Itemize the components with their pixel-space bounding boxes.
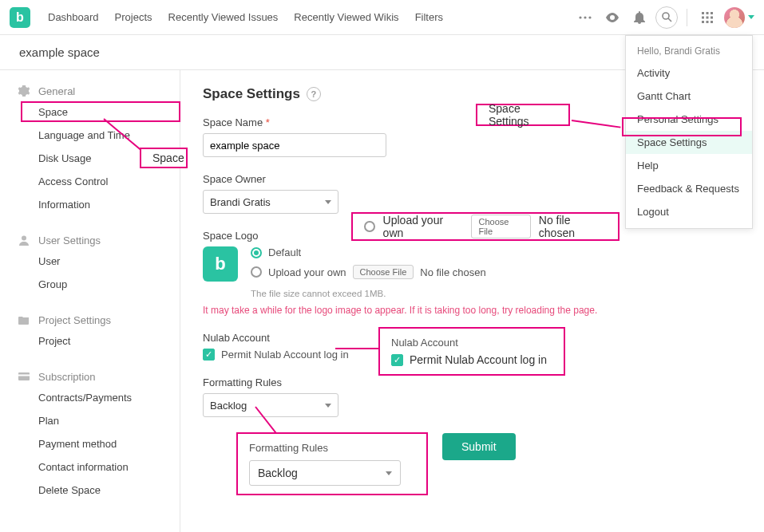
chevron-down-icon: [325, 404, 331, 408]
svg-point-3: [663, 13, 669, 19]
callout-radio-icon: [364, 221, 375, 232]
menu-activity[interactable]: Activity: [626, 61, 752, 85]
chevron-down-icon: [325, 200, 331, 204]
nav-filters[interactable]: Filters: [407, 11, 451, 23]
svg-point-2: [588, 16, 591, 18]
file-size-hint: The file size cannot exceed 1MB.: [251, 289, 486, 298]
card-icon: [18, 370, 30, 383]
callout-nulab-checkbox: ✓: [391, 354, 403, 366]
app-logo[interactable]: b: [10, 7, 30, 28]
sidebar-item-space[interactable]: Space: [0, 100, 180, 124]
svg-rect-13: [711, 21, 713, 23]
menu-personal-settings[interactable]: Personal Settings: [626, 108, 752, 131]
callout-formatting: Formatting Rules Backlog: [236, 432, 428, 495]
search-icon[interactable]: [655, 6, 678, 29]
radio-default[interactable]: [251, 247, 262, 258]
svg-rect-15: [18, 372, 30, 380]
menu-gantt[interactable]: Gantt Chart: [626, 85, 752, 108]
svg-rect-6: [707, 12, 709, 14]
callout-choose-file: Choose File: [471, 215, 530, 238]
nav-recent-wikis[interactable]: Recently Viewed Wikis: [286, 11, 406, 23]
callout-upload: Upload your own Choose File No file chos…: [351, 212, 620, 241]
svg-rect-16: [18, 375, 30, 376]
user-menu: Hello, Brandi Gratis Activity Gantt Char…: [625, 35, 753, 229]
nav-dashboard[interactable]: Dashboard: [40, 11, 107, 23]
sidebar: General Space Language and Time Disk Usa…: [0, 70, 180, 532]
user-menu-greeting: Hello, Brandi Gratis: [626, 41, 752, 61]
menu-logout[interactable]: Logout: [626, 200, 752, 223]
space-title: example space: [19, 45, 100, 59]
menu-feedback[interactable]: Feedback & Requests: [626, 177, 752, 200]
svg-rect-11: [702, 21, 704, 23]
svg-rect-10: [711, 16, 713, 18]
callout-nulab: Nulab Account ✓ Permit Nulab Account log…: [378, 327, 565, 376]
side-group-project: Project Settings: [0, 310, 180, 329]
side-group-general: General: [0, 81, 180, 100]
sidebar-item-user[interactable]: User: [0, 250, 180, 273]
formatting-label: Formatting Rules: [203, 376, 742, 388]
sidebar-item-disk[interactable]: Disk Usage: [0, 147, 180, 170]
radio-default-label: Default: [268, 246, 301, 258]
radio-upload-label: Upload your own: [268, 266, 346, 278]
logo-warning: It may take a while for the logo image t…: [203, 305, 742, 316]
nav-projects[interactable]: Projects: [107, 11, 160, 23]
svg-point-14: [22, 236, 26, 241]
apps-icon[interactable]: [696, 6, 718, 29]
sidebar-item-group[interactable]: Group: [0, 273, 180, 296]
sidebar-item-contact[interactable]: Contact information: [0, 455, 180, 479]
sidebar-item-delete[interactable]: Delete Space: [0, 479, 180, 502]
side-group-subscription: Subscription: [0, 367, 180, 386]
sidebar-item-info[interactable]: Information: [0, 193, 180, 216]
bell-icon[interactable]: [628, 6, 651, 29]
svg-rect-9: [707, 16, 709, 18]
svg-rect-12: [707, 21, 709, 23]
more-icon[interactable]: [574, 6, 596, 29]
help-icon[interactable]: ?: [307, 87, 321, 101]
submit-button[interactable]: Submit: [442, 433, 516, 460]
nulab-permit-label: Permit Nulab Account log in: [221, 349, 349, 361]
choose-file-button[interactable]: Choose File: [353, 265, 414, 279]
sidebar-item-language[interactable]: Language and Time: [0, 124, 180, 147]
sidebar-item-project[interactable]: Project: [0, 329, 180, 353]
avatar[interactable]: [724, 7, 745, 28]
logo-preview: b: [203, 246, 238, 282]
radio-upload[interactable]: [251, 266, 262, 278]
sidebar-item-contracts[interactable]: Contracts/Payments: [0, 386, 180, 409]
sidebar-item-access[interactable]: Access Control: [0, 170, 180, 193]
formatting-select[interactable]: Backlog: [203, 393, 338, 417]
no-file-label: No file chosen: [420, 266, 485, 278]
svg-rect-8: [702, 16, 704, 18]
user-menu-caret-icon[interactable]: [748, 15, 754, 19]
menu-help[interactable]: Help: [626, 154, 752, 177]
nulab-checkbox[interactable]: ✓: [203, 349, 215, 361]
space-owner-select[interactable]: Brandi Gratis: [203, 190, 338, 214]
space-name-input[interactable]: [203, 133, 386, 157]
sidebar-item-plan[interactable]: Plan: [0, 409, 180, 432]
gear-icon: [18, 85, 30, 97]
user-icon: [18, 234, 30, 246]
chevron-down-icon: [386, 471, 392, 475]
top-nav: b Dashboard Projects Recently Viewed Iss…: [0, 0, 764, 35]
svg-line-4: [668, 18, 671, 22]
svg-rect-5: [702, 12, 704, 14]
menu-space-settings[interactable]: Space Settings: [626, 131, 752, 154]
nav-recent-issues[interactable]: Recently Viewed Issues: [160, 11, 287, 23]
sidebar-item-payment[interactable]: Payment method: [0, 432, 180, 455]
watch-icon[interactable]: [601, 6, 623, 29]
folder-icon: [18, 313, 30, 326]
svg-rect-7: [711, 12, 713, 14]
svg-point-0: [579, 16, 581, 18]
side-group-user: User Settings: [0, 231, 180, 250]
svg-point-1: [584, 16, 586, 18]
